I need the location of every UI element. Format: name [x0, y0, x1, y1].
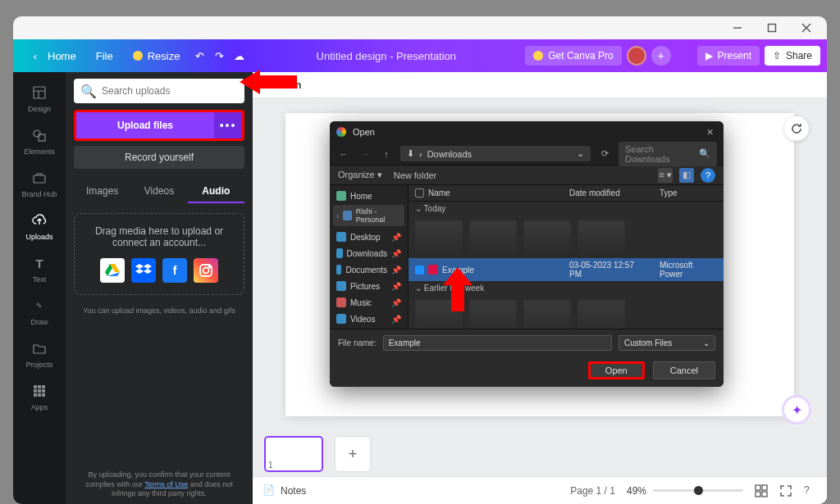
group-today[interactable]: ⌄ Today	[409, 202, 724, 216]
add-collaborator[interactable]: +	[651, 46, 671, 66]
share-button[interactable]: ⇧Share	[765, 46, 820, 66]
zoom-slider[interactable]	[653, 489, 743, 492]
thumbnail-page-1[interactable]: 1	[264, 436, 323, 472]
fullscreen-icon[interactable]	[779, 484, 792, 497]
rail-text[interactable]: TText	[13, 247, 66, 290]
crown-icon	[533, 51, 543, 61]
tab-images[interactable]: Images	[74, 180, 130, 203]
document-title[interactable]: Untitled design - Presentation	[253, 50, 518, 62]
refresh-button[interactable]	[784, 116, 809, 141]
file-preview[interactable]	[578, 300, 625, 329]
window-minimize[interactable]	[720, 16, 755, 39]
new-folder-button[interactable]: New folder	[394, 170, 437, 180]
rail-projects[interactable]: Projects	[13, 333, 66, 375]
sparkle-icon: ✦	[792, 402, 802, 418]
file-preview[interactable]	[578, 220, 625, 253]
pin-icon: 📌	[391, 266, 401, 275]
preview-pane-icon[interactable]: ◧	[679, 168, 694, 183]
resize-button[interactable]: Resize	[125, 45, 189, 67]
page-thumbnails: 1 +	[253, 432, 827, 476]
search-input[interactable]	[102, 85, 238, 97]
nav-up[interactable]: ↑	[379, 149, 394, 159]
col-type[interactable]: Type	[653, 185, 724, 201]
tree-home[interactable]: Home	[333, 188, 404, 203]
svg-marker-26	[144, 264, 152, 269]
magic-button[interactable]: ✦	[784, 397, 809, 422]
help-icon[interactable]: ?	[701, 168, 715, 183]
present-button[interactable]: ▶Present	[697, 46, 760, 66]
rail-design[interactable]: Design	[13, 77, 66, 120]
add-page-button[interactable]: +	[335, 436, 371, 472]
file-checkbox[interactable]	[415, 266, 424, 275]
user-avatar[interactable]	[627, 46, 646, 66]
dialog-search[interactable]: Search Downloads🔍	[619, 142, 717, 166]
file-preview[interactable]	[469, 300, 517, 329]
pin-icon: 📌	[391, 249, 401, 258]
tab-audio[interactable]: Audio	[188, 180, 244, 203]
search-uploads[interactable]: 🔍	[74, 79, 244, 103]
view-mode-icon[interactable]: ≡ ▾	[658, 168, 673, 183]
upload-files-button[interactable]: Upload files	[76, 112, 214, 138]
upload-more-button[interactable]: •••	[214, 112, 242, 138]
rail-apps[interactable]: Apps	[13, 375, 66, 418]
undo-button[interactable]: ↶	[191, 48, 208, 63]
terms-link[interactable]: Terms of Use	[144, 480, 188, 488]
pin-icon: 📌	[391, 298, 401, 307]
position-toolbar[interactable]: Position	[253, 72, 827, 98]
rail-brand-hub[interactable]: Brand Hub	[13, 162, 66, 205]
nav-back[interactable]: ←	[336, 149, 351, 159]
filetype-select[interactable]: Custom Files⌄	[619, 335, 715, 351]
file-preview[interactable]	[469, 220, 517, 253]
record-yourself-button[interactable]: Record yourself	[74, 146, 244, 169]
file-row-example[interactable]: Example 03-05-2023 12:57 PM Microsoft Po…	[409, 258, 724, 281]
tree-desktop[interactable]: Desktop📌	[333, 229, 404, 244]
upload-dropzone[interactable]: Drag media here to upload or connect an …	[74, 213, 244, 295]
folder-icon	[30, 339, 48, 357]
tree-personal[interactable]: ›Rishi - Personal	[333, 205, 404, 226]
facebook-icon[interactable]: f	[162, 258, 187, 283]
analytics-icon[interactable]	[676, 48, 692, 63]
filename-input[interactable]: Example	[383, 335, 612, 351]
video-icon	[336, 314, 346, 324]
path-bar[interactable]: ⬇›Downloads⌄	[400, 146, 591, 161]
file-menu[interactable]: File	[88, 45, 121, 67]
dialog-close[interactable]: ✕	[702, 125, 717, 139]
help-icon[interactable]: ?	[804, 484, 817, 497]
rail-draw[interactable]: ✎Draw	[13, 290, 66, 333]
group-earlier[interactable]: ⌄ Earlier this week	[409, 281, 724, 295]
tree-pictures[interactable]: Pictures📌	[333, 279, 404, 293]
tree-music[interactable]: Music📌	[333, 295, 404, 310]
back-button[interactable]: ‹Home	[20, 43, 84, 68]
window-maximize[interactable]	[755, 16, 789, 39]
zoom-level[interactable]: 49%	[627, 485, 646, 497]
grid-view-icon[interactable]	[755, 484, 768, 497]
tree-videos[interactable]: Videos📌	[333, 311, 404, 326]
redo-button[interactable]: ↷	[211, 48, 227, 63]
dropbox-icon[interactable]	[131, 258, 156, 283]
window-close[interactable]	[789, 16, 824, 39]
col-date[interactable]: Date modified	[563, 185, 653, 201]
instagram-icon[interactable]	[194, 258, 218, 283]
file-preview[interactable]	[415, 300, 463, 329]
google-drive-icon[interactable]	[100, 258, 125, 283]
file-preview[interactable]	[523, 300, 571, 329]
rail-uploads[interactable]: Uploads	[13, 205, 66, 247]
cloud-status-icon[interactable]: ☁	[231, 48, 247, 63]
tree-downloads[interactable]: Downloads📌	[333, 246, 404, 261]
tree-documents[interactable]: Documents📌	[333, 262, 404, 277]
page-indicator[interactable]: Page 1 / 1	[570, 485, 615, 497]
cancel-button[interactable]: Cancel	[653, 361, 715, 379]
get-pro-label: Get Canva Pro	[548, 50, 613, 61]
nav-forward[interactable]: →	[358, 149, 372, 159]
organize-menu[interactable]: Organize ▾	[338, 170, 382, 180]
open-button[interactable]: Open	[588, 361, 645, 379]
get-pro-button[interactable]: Get Canva Pro	[525, 46, 621, 66]
col-name[interactable]: Name	[428, 188, 450, 198]
notes-toggle[interactable]: 📄Notes	[262, 484, 306, 497]
file-preview[interactable]	[523, 220, 571, 253]
rail-elements[interactable]: Elements	[13, 120, 66, 162]
tab-videos[interactable]: Videos	[130, 180, 187, 203]
refresh-icon[interactable]: ⟳	[597, 148, 612, 159]
select-all-checkbox[interactable]	[415, 188, 424, 198]
file-preview[interactable]	[415, 220, 463, 253]
